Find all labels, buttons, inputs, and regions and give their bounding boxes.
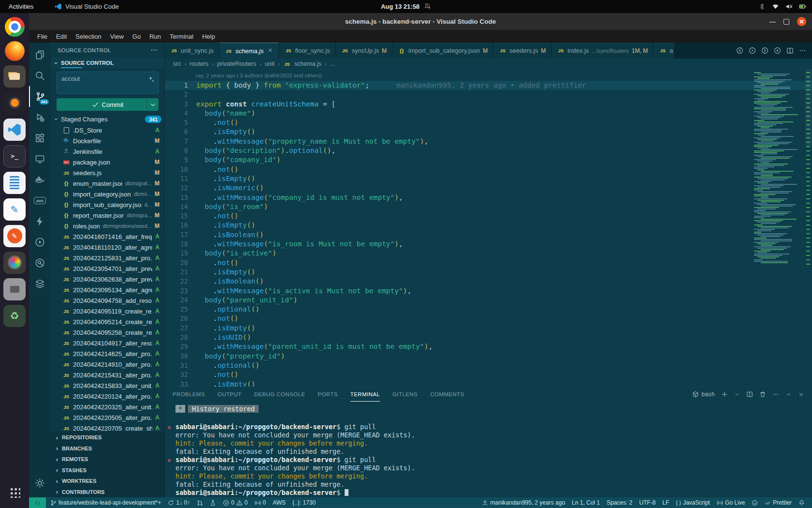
status-prettier[interactable]: Prettier (761, 497, 795, 508)
activity-search-icon[interactable] (29, 65, 51, 86)
menu-help[interactable]: Help (198, 31, 219, 42)
staged-file-row[interactable]: JS20240424095119_create_re...A (51, 306, 164, 316)
maximize-panel-icon[interactable] (785, 391, 792, 398)
breadcrumb-item[interactable]: ... (330, 60, 335, 67)
code-line[interactable]: 8 body("description").optional(), (165, 146, 812, 155)
staged-file-row[interactable]: JS20240424095214_create_re...A (51, 316, 164, 327)
status-feedback-count[interactable]: 0 (251, 497, 270, 508)
file-manager-launcher-icon[interactable] (3, 65, 26, 88)
tab-unit_sync-js[interactable]: JSunit_sync.js (165, 43, 219, 59)
code-line[interactable]: 7 .withMessage("property_name is Must no… (165, 137, 812, 146)
kill-terminal-icon[interactable] (759, 391, 766, 398)
staged-file-row[interactable]: JS20240424094758_add_reso...A (51, 295, 164, 306)
staged-file-row[interactable]: JS20240424215833_alter_unit....A (51, 380, 164, 391)
focused-app-indicator[interactable]: Visual Studio Code (55, 3, 118, 10)
code-line[interactable]: 28 .isUUID() (165, 333, 812, 342)
staged-changes-header[interactable]: › Staged Changes 341 (51, 114, 164, 125)
status-encoding[interactable]: UTF-8 (636, 497, 659, 508)
notes-app-launcher-icon[interactable]: ✎ (3, 198, 26, 221)
code-line[interactable]: 10 .not() (165, 165, 812, 174)
panel-tab-debug-console[interactable]: DEBUG CONSOLE (254, 387, 305, 402)
activity-thunder-client-icon[interactable] (29, 211, 51, 232)
staged-file-row[interactable]: {}import_sub_category.jsond...M (51, 199, 164, 210)
activity-run-and-debug-icon[interactable] (29, 107, 51, 128)
screen-recorder-launcher-icon[interactable] (3, 92, 26, 114)
commit-button[interactable]: Commit (57, 98, 159, 111)
nav-back-icon[interactable] (736, 47, 743, 54)
activity-docker-icon[interactable] (29, 169, 51, 190)
code-line[interactable]: 3export const createUnitSchema = [ (165, 100, 812, 109)
close-panel-icon[interactable] (798, 391, 804, 398)
code-line[interactable]: 12 .isNumeric() (165, 183, 812, 193)
staged-file-row[interactable]: JS20240422125831_alter_pro...A (51, 253, 164, 263)
menu-file[interactable]: File (33, 31, 52, 42)
firefox-launcher-icon[interactable] (5, 41, 25, 61)
code-line[interactable]: 32 .not() (165, 370, 812, 379)
tab-schema-js[interactable]: JSschema.js (219, 43, 279, 59)
breadcrumb[interactable]: src›routers›privateRouters›unit›JSschema… (165, 59, 812, 69)
status-pull-request[interactable] (193, 497, 206, 508)
staged-file-row[interactable]: npmpackage.jsonM (51, 157, 164, 167)
code-line[interactable]: 33 .isEmpty() (165, 380, 812, 387)
staged-file-row[interactable]: JS20240424215431_alter_pro...A (51, 370, 164, 380)
status-feedback-smiley[interactable] (748, 497, 761, 508)
menu-go[interactable]: Go (128, 31, 145, 42)
code-line[interactable]: 18 .withMessage("is_room is Must not be … (165, 239, 812, 249)
tab-close-icon[interactable] (267, 47, 273, 55)
breadcrumb-item[interactable]: unit (265, 60, 275, 67)
tab-a[interactable]: JSa (653, 43, 674, 59)
staged-file-row[interactable]: JS20240424214625_alter_pro...A (51, 348, 164, 359)
tab-syncUp-js[interactable]: JSsyncUp.jsM (336, 43, 392, 59)
status-sync-changes[interactable]: 1↓ 0↑ (164, 497, 193, 508)
section-contributors[interactable]: ›CONTRIBUTORS (51, 487, 164, 498)
menu-view[interactable]: View (106, 31, 128, 42)
staged-file-row[interactable]: JS20240423095134_alter_agre...A (51, 284, 164, 295)
code-line[interactable]: 21 .isEmpty() (165, 268, 812, 277)
code-line[interactable]: 24 body("parent_unit_id") (165, 296, 812, 305)
activity-code-runner-icon[interactable] (29, 232, 51, 253)
terminal-command-line[interactable]: ⊗sabbari@sabbari:~/propgoto/backend-serv… (165, 456, 812, 464)
terminal-app-launcher-icon[interactable]: >_ (3, 145, 26, 167)
activity-worktrees-icon[interactable] (29, 273, 51, 294)
split-editor-icon[interactable] (786, 47, 794, 54)
archive-app-launcher-icon[interactable] (3, 278, 26, 300)
staged-file-row[interactable]: JS20240424220325_alter_unit....A (51, 402, 164, 412)
code-line[interactable]: 1import { body } from "express-validator… (165, 81, 812, 90)
panel-tab-output[interactable]: OUTPUT (218, 387, 242, 402)
more-actions-icon[interactable] (799, 47, 806, 54)
minimize-button[interactable]: — (769, 18, 776, 25)
staged-file-row[interactable]: JS20240424104917_alter_reso...A (51, 338, 164, 348)
section-worktrees[interactable]: ›WORKTREES (51, 476, 164, 487)
code-line[interactable]: 29 .withMessage("parent_unit_id is must … (165, 342, 812, 351)
google-chrome-launcher-icon[interactable] (5, 17, 25, 37)
code-line[interactable]: 11 .isEmpty() (165, 174, 812, 183)
code-line[interactable]: 2 (165, 90, 812, 99)
codelens-annotation[interactable]: ray, 2 years ago | 3 authors (kathir2602… (165, 69, 812, 81)
section-branches[interactable]: ›BRANCHES (51, 443, 164, 454)
code-line[interactable]: 19 body("is_active") (165, 249, 812, 258)
activity-aws-icon[interactable]: aws (29, 190, 51, 211)
activity-explorer-icon[interactable] (29, 45, 51, 65)
activity-gitlens-search-icon[interactable] (29, 253, 51, 273)
breadcrumb-item[interactable]: routers (189, 60, 208, 67)
code-line[interactable]: 30 body("property_id") (165, 352, 812, 361)
staged-file-row[interactable]: JS20240424220124_alter_pro...A (51, 391, 164, 402)
code-line[interactable]: 15 .not() (165, 211, 812, 221)
show-applications-button[interactable] (3, 481, 26, 503)
new-terminal-icon[interactable] (721, 391, 728, 398)
nav-dot-icon[interactable] (749, 47, 756, 54)
staged-file-row[interactable]: JS20240424220505_alter_pro...A (51, 412, 164, 423)
staged-file-row[interactable]: JenkinsfileA (51, 146, 164, 157)
status-cursor-position[interactable]: Ln 1, Col 1 (568, 497, 603, 508)
menu-edit[interactable]: Edit (52, 31, 71, 42)
minimap[interactable] (754, 72, 803, 275)
maximize-button[interactable] (783, 19, 789, 25)
terminal-dropdown-icon[interactable] (734, 391, 740, 397)
activities-button[interactable]: Activities (9, 3, 33, 10)
breadcrumb-item[interactable]: src (173, 60, 181, 67)
panel-tab-gitlens[interactable]: GITLENS (392, 387, 418, 402)
panel-tab-comments[interactable]: COMMENTS (430, 387, 464, 402)
status-indentation[interactable]: Spaces: 2 (603, 497, 636, 508)
source-control-section-header[interactable]: › SOURCE CONTROL (51, 58, 164, 68)
tab-import_sub_category-json[interactable]: {}import_sub_category.jsonM (392, 43, 493, 59)
